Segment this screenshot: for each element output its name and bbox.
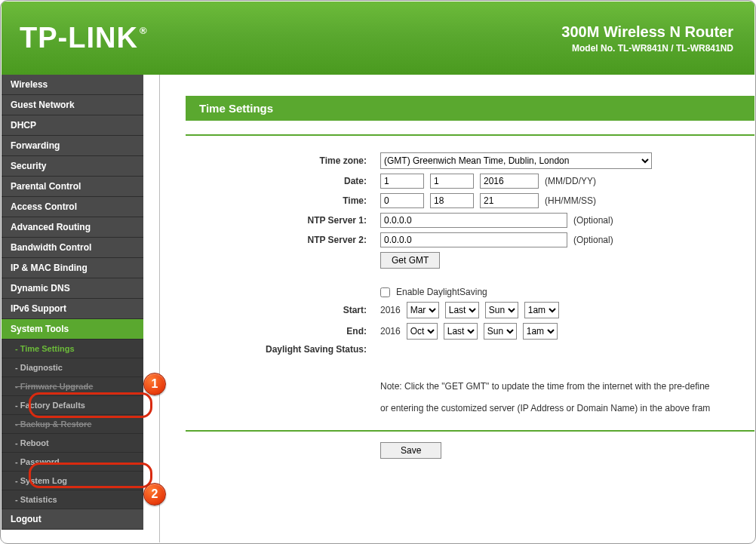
nav-item-system-tools[interactable]: System Tools	[2, 319, 143, 340]
nav-sub-system-log[interactable]: - System Log	[2, 472, 143, 490]
nav-item-ip-mac-binding[interactable]: IP & MAC Binding	[2, 258, 143, 278]
start-day-select[interactable]: Sun	[485, 302, 518, 318]
divider	[186, 134, 754, 136]
nav-sub-time-settings[interactable]: - Time Settings	[2, 340, 143, 358]
product-title: 300M Wireless N Router	[561, 23, 733, 41]
nav-item-forwarding[interactable]: Forwarding	[2, 136, 143, 156]
nav-item-parental-control[interactable]: Parental Control	[2, 177, 143, 197]
time-second-input[interactable]	[480, 193, 539, 208]
start-month-select[interactable]: Mar	[407, 302, 439, 318]
nav-item-wireless[interactable]: Wireless	[2, 75, 143, 95]
nav-sub-reboot[interactable]: - Reboot	[2, 434, 143, 453]
start-hour-select[interactable]: 1am	[524, 302, 559, 318]
daylight-checkbox[interactable]	[380, 287, 390, 297]
logo-text: TP-LINK	[20, 22, 138, 54]
annotation-badge-1: 1	[143, 373, 166, 395]
logo: TP-LINK®	[20, 22, 146, 54]
annotation-badge-2: 2	[143, 483, 166, 506]
save-button[interactable]: Save	[380, 442, 441, 459]
nav-item-guest-network[interactable]: Guest Network	[2, 95, 143, 115]
date-month-input[interactable]	[380, 174, 424, 189]
nav-item-security[interactable]: Security	[2, 156, 143, 177]
start-week-select[interactable]: Last	[445, 302, 479, 318]
nav-sub-statistics[interactable]: - Statistics	[2, 490, 143, 509]
note-line-2: or entering the customized server (IP Ad…	[380, 398, 754, 420]
end-year: 2016	[380, 326, 401, 337]
date-hint: (MM/DD/YY)	[545, 176, 596, 186]
time-hour-input[interactable]	[380, 193, 424, 208]
start-year: 2016	[380, 305, 401, 315]
nav-item-dhcp[interactable]: DHCP	[2, 115, 143, 136]
end-day-select[interactable]: Sun	[484, 323, 517, 340]
ntp2-label: NTP Server 2:	[186, 235, 380, 245]
nav-sub-firmware-upgrade[interactable]: - Firmware Upgrade	[2, 377, 143, 396]
header: TP-LINK® 300M Wireless N Router Model No…	[2, 2, 754, 75]
nav-sub-diagnostic[interactable]: - Diagnostic	[2, 358, 143, 377]
date-day-input[interactable]	[430, 174, 474, 189]
end-hour-select[interactable]: 1am	[523, 323, 558, 340]
end-month-select[interactable]: Oct	[407, 323, 438, 340]
sidebar-scroll[interactable]: WirelessGuest NetworkDHCPForwardingSecur…	[2, 75, 160, 542]
get-gmt-button[interactable]: Get GMT	[380, 252, 440, 269]
nav-sub-backup-restore[interactable]: - Backup & Restore	[2, 415, 143, 434]
time-label: Time:	[186, 195, 380, 206]
ntp1-hint: (Optional)	[573, 215, 613, 226]
date-year-input[interactable]	[480, 174, 539, 189]
nav-item-ipv6-support[interactable]: IPv6 Support	[2, 299, 143, 319]
timezone-label: Time zone:	[186, 155, 380, 166]
end-label: End:	[186, 326, 380, 337]
daylight-label: Enable DaylightSaving	[396, 287, 487, 297]
date-label: Date:	[186, 176, 380, 186]
nav-sub-factory-defaults[interactable]: - Factory Defaults	[2, 396, 143, 415]
ntp2-input[interactable]	[380, 232, 567, 247]
dss-label: Daylight Saving Status:	[186, 344, 380, 355]
header-info: 300M Wireless N Router Model No. TL-WR84…	[561, 23, 733, 54]
note-line-1: Note: Click the "GET GMT" to update the …	[380, 376, 754, 398]
nav-item-access-control[interactable]: Access Control	[2, 197, 143, 217]
nav-sub-password[interactable]: - Password	[2, 453, 143, 472]
main-panel: Time Settings Time zone: (GMT) Greenwich…	[160, 75, 754, 542]
panel-title: Time Settings	[186, 96, 754, 121]
ntp2-hint: (Optional)	[573, 235, 613, 245]
timezone-select[interactable]: (GMT) Greenwich Mean Time, Dublin, Londo…	[380, 152, 652, 169]
registered-icon: ®	[140, 25, 148, 36]
start-label: Start:	[186, 305, 380, 315]
nav-item-logout[interactable]: Logout	[2, 509, 143, 530]
product-model: Model No. TL-WR841N / TL-WR841ND	[561, 43, 733, 54]
nav-item-advanced-routing[interactable]: Advanced Routing	[2, 217, 143, 238]
time-hint: (HH/MM/SS)	[545, 195, 596, 206]
end-week-select[interactable]: Last	[444, 323, 478, 340]
ntp1-input[interactable]	[380, 213, 567, 228]
nav-item-dynamic-dns[interactable]: Dynamic DNS	[2, 278, 143, 299]
nav-item-bandwidth-control[interactable]: Bandwidth Control	[2, 238, 143, 258]
sidebar: WirelessGuest NetworkDHCPForwardingSecur…	[2, 75, 143, 530]
ntp1-label: NTP Server 1:	[186, 215, 380, 226]
divider	[186, 430, 754, 432]
time-minute-input[interactable]	[430, 193, 474, 208]
